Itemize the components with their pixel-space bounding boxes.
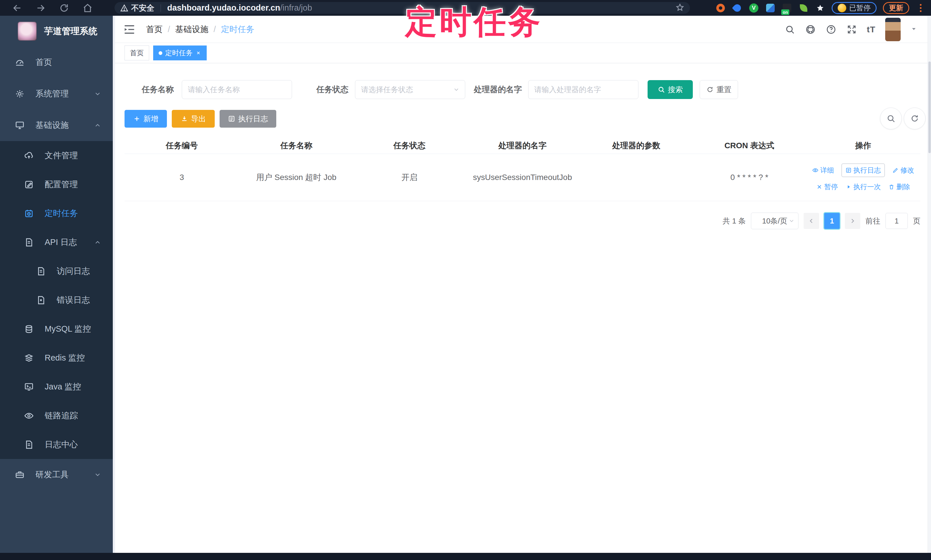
sidebar-item-system[interactable]: 系统管理 [0, 78, 113, 109]
sidebar-item-file[interactable]: 文件管理 [0, 141, 113, 170]
close-icon[interactable] [196, 50, 201, 56]
job-status-select[interactable]: 请选择任务状态 [355, 80, 465, 99]
pause-link[interactable]: 暂停 [816, 182, 838, 191]
extension-star-icon[interactable] [815, 3, 825, 13]
sidebar-item-api-log[interactable]: API 日志 [0, 228, 113, 257]
gear-icon [15, 89, 25, 99]
toggle-search-button[interactable] [880, 108, 902, 129]
browser-home-button[interactable] [81, 2, 94, 14]
sidebar-logo-row[interactable]: 芋道管理系统 [0, 16, 113, 47]
scrollbar-thumb[interactable] [928, 62, 931, 153]
browser-forward-button[interactable] [34, 2, 47, 14]
breadcrumb-home[interactable]: 首页 [146, 24, 163, 35]
page-scrollbar[interactable] [928, 16, 931, 553]
sidebar-item-label: Java 监控 [45, 381, 81, 392]
extension-leaf-icon[interactable] [798, 3, 809, 13]
run-once-link[interactable]: 执行一次 [845, 182, 881, 191]
security-badge[interactable]: 不安全 [120, 3, 154, 13]
address-bar[interactable]: 不安全 dashboard.yudao.iocoder.cn/infra/job [114, 2, 690, 14]
github-link[interactable] [805, 24, 816, 35]
sidebar-scrollbar[interactable] [113, 16, 115, 553]
sidebar-item-trace[interactable]: 链路追踪 [0, 401, 113, 430]
cell-job-id: 3 [125, 173, 239, 182]
fullscreen-button[interactable] [846, 24, 857, 35]
extension-cluster-icon[interactable] [765, 3, 775, 13]
breadcrumb-current: 定时任务 [221, 24, 254, 35]
sidebar-item-infra[interactable]: 基础设施 [0, 109, 113, 141]
user-avatar[interactable] [885, 18, 901, 41]
column-header-handler: 处理器的名字 [465, 140, 580, 151]
column-header-name: 任务名称 [239, 140, 354, 151]
sidebar-item-job[interactable]: 定时任务 [0, 199, 113, 228]
fullscreen-icon [846, 24, 857, 35]
extension-green-check-icon[interactable]: V [749, 3, 759, 13]
goto-page-input[interactable] [885, 213, 908, 229]
column-header-id: 任务编号 [125, 140, 239, 151]
font-size-button[interactable]: tT [867, 25, 876, 34]
pagination: 共 1 条 10条/页 1 前往 页 [723, 212, 920, 229]
export-button[interactable]: 导出 [172, 110, 215, 128]
column-header-status: 任务状态 [354, 140, 465, 151]
profile-paused-pill[interactable]: 已暂停 [832, 2, 877, 14]
warning-icon [120, 4, 128, 12]
extension-drop-icon[interactable] [732, 3, 742, 13]
tab-home[interactable]: 首页 [125, 46, 149, 60]
sidebar-item-home[interactable]: 首页 [0, 47, 113, 78]
execute-log-button[interactable]: 执行日志 [220, 110, 276, 128]
sidebar-item-log-center[interactable]: 日志中心 [0, 430, 113, 459]
edit-link[interactable]: 修改 [892, 166, 914, 175]
sidebar-item-devtools[interactable]: 研发工具 [0, 459, 113, 491]
sidebar-item-config[interactable]: 配置管理 [0, 170, 113, 199]
add-button[interactable]: 新增 [125, 110, 167, 128]
delete-link[interactable]: 删除 [888, 182, 910, 191]
sidebar-collapse-icon[interactable] [123, 23, 136, 36]
sidebar-item-label: 错误日志 [57, 294, 90, 306]
sidebar-item-label: 基础设施 [35, 120, 69, 131]
sidebar-item-java[interactable]: Java 监控 [0, 372, 113, 401]
handler-name-input[interactable] [528, 80, 638, 99]
tab-job[interactable]: 定时任务 [153, 46, 207, 60]
table-row: 3 用户 Session 超时 Job 开启 sysUserSessionTim… [125, 154, 920, 201]
current-page-button[interactable]: 1 [824, 213, 840, 229]
next-page-button[interactable] [845, 213, 860, 229]
cell-actions: 详细 执行日志 修改 [806, 163, 920, 191]
search-label: 搜索 [668, 85, 683, 95]
extension-orange-icon[interactable] [715, 3, 726, 13]
breadcrumb-infra[interactable]: 基础设施 [175, 24, 208, 35]
sidebar-item-mysql[interactable]: MySQL 监控 [0, 314, 113, 343]
refresh-table-button[interactable] [904, 108, 926, 129]
browser-back-button[interactable] [11, 2, 23, 14]
search-button[interactable]: 搜索 [647, 80, 693, 99]
bookmark-star-icon[interactable] [676, 3, 684, 13]
sidebar-item-access-log[interactable]: 访问日志 [0, 257, 113, 286]
browser-reload-button[interactable] [58, 2, 71, 14]
emoji-avatar-icon [838, 4, 846, 12]
extension-dark-icon[interactable]: on [782, 3, 792, 13]
sidebar-item-redis[interactable]: Redis 监控 [0, 343, 113, 372]
page-size-select[interactable]: 10条/页 [751, 212, 798, 229]
github-icon [805, 24, 815, 35]
pencil-icon [892, 167, 899, 174]
cell-job-status: 开启 [354, 172, 465, 183]
help-button[interactable] [826, 24, 837, 35]
row-execute-log-link[interactable]: 执行日志 [842, 163, 885, 177]
download-icon [180, 115, 188, 123]
detail-link[interactable]: 详细 [812, 166, 834, 175]
search-icon [658, 86, 665, 93]
paused-label: 已暂停 [849, 3, 871, 12]
prev-page-button[interactable] [804, 213, 819, 229]
sidebar-item-error-log[interactable]: 错误日志 [0, 286, 113, 314]
header-actions: tT [785, 16, 917, 43]
browser-menu-button[interactable] [916, 3, 926, 13]
bottom-edge-bar [0, 553, 931, 560]
sidebar-item-label: 研发工具 [35, 469, 69, 480]
edit-square-icon [24, 180, 34, 189]
browser-update-button[interactable]: 更新 [883, 2, 909, 14]
execute-log-label: 执行日志 [238, 114, 268, 124]
header-search-button[interactable] [785, 24, 795, 35]
extensions-row: V on 已暂停 更新 [715, 0, 926, 16]
job-name-input[interactable] [182, 80, 292, 99]
reset-button[interactable]: 重置 [700, 80, 738, 99]
avatar-caret-icon[interactable] [910, 25, 917, 34]
eye-icon [812, 167, 818, 174]
